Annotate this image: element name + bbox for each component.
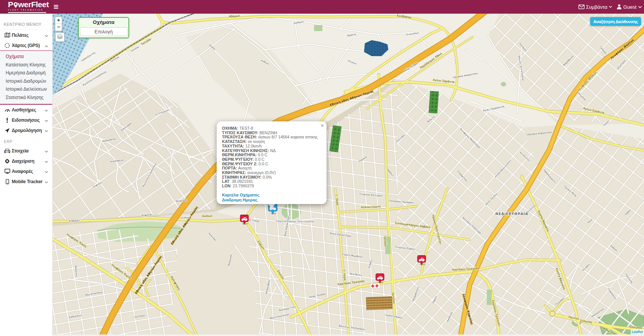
map-canvas[interactable]: ✈♣Εθνική οδός Αθηνών-ΛαμίαςΕθνική οδός Α…: [53, 14, 644, 334]
leaflet-link[interactable]: Leaflet: [632, 330, 643, 334]
map-graphic: [420, 258, 424, 259]
sidebar-item-label: Δρομολόγηση: [12, 128, 42, 133]
sidebar-item-label: Ειδοποιήσεις: [12, 118, 40, 123]
sidebar-submenu: ΟχήματαΚατάσταση ΚίνησηςΗμερήσια Διαδρομ…: [0, 50, 52, 105]
sidebar-subitem-3[interactable]: Ιστορικό Διαδρομών: [0, 77, 52, 86]
vehicle-select-button[interactable]: Επιλογή: [80, 27, 128, 36]
circle-dashed-icon: [3, 43, 11, 48]
road-label: Πλατεία Ηρώων Πολυτεχνείου: [276, 220, 314, 223]
sidebar-item-8[interactable]: Mobile Tracker: [0, 176, 52, 187]
monitor-icon: [3, 169, 11, 174]
chevron-down-icon: [45, 158, 48, 165]
sidebar-item-2[interactable]: Αισθητήρες: [0, 105, 52, 115]
vehicles-panel: Οχήματα Επιλογή: [78, 17, 129, 38]
navigation-arrow-icon: [3, 128, 11, 133]
brand-name: PwerFleet: [8, 1, 46, 8]
map-graphic: [270, 212, 277, 214]
chevron-down-icon: [45, 168, 48, 175]
sidebar-item-5[interactable]: Στοιχεία: [0, 146, 52, 156]
popup-content: ΟΧΗΜΑ: TEST-8ΤΥΠΟΣ ΚΑΥΣΙΜΟΥ: ΒΕΝΖΙΝΗΤΡΕΧ…: [217, 121, 327, 203]
chevron-down-icon: [45, 107, 48, 113]
map-graphic: [501, 82, 506, 86]
sidebar-item-label: Αισθητήρες: [12, 107, 36, 113]
sidebar-subitem-0[interactable]: Οχήματα: [0, 53, 52, 61]
popup-close-button[interactable]: ×: [320, 123, 324, 128]
events-label: Συμβάντα: [586, 4, 608, 10]
chevron-down-icon: [45, 117, 48, 124]
sidebar-item-label: Πελάτες: [12, 33, 28, 38]
sidebar-item-label: Χάρτες (GPS): [12, 43, 40, 48]
chevron-down-icon: [45, 178, 48, 185]
chevron-up-icon: [45, 42, 48, 49]
gauge-icon: [3, 108, 11, 112]
layers-icon: [57, 34, 63, 41]
map-graphic: [429, 91, 439, 113]
zoom-out-button[interactable]: −: [55, 24, 62, 31]
place-label: ΝΕΑ ΕΡΥΘΡΑΙΑ: [496, 212, 528, 216]
road-label: Ιλισίων: [202, 214, 212, 218]
brand-subtitle: FLEET TELEMATICS: [8, 9, 46, 11]
brand-logo[interactable]: PwerFleet FLEET TELEMATICS: [0, 0, 53, 14]
chevron-down-icon: [609, 6, 612, 8]
sidebar-item-3[interactable]: Ειδοποιήσεις: [0, 115, 52, 125]
events-menu[interactable]: Συμβάντα: [578, 4, 613, 10]
top-navbar: PwerFleet FLEET TELEMATICS Συμβάντα Gues…: [0, 0, 644, 14]
location-pin-icon: [13, 2, 18, 8]
user-icon: [617, 4, 622, 9]
sidebar-subitem-2[interactable]: Ημερήσια Διαδρομή: [0, 69, 52, 77]
sidebar-subitem-1[interactable]: Κατάσταση Κίνησης: [0, 61, 52, 69]
sidebar-item-6[interactable]: Διαχείριση: [0, 156, 52, 166]
sidebar-item-label: Αναφορές: [12, 169, 33, 174]
vehicles-panel-title: Οχήματα: [79, 18, 128, 27]
sidebar-heading: ΚΕΝΤΡΙΚΟ ΜΕΝΟΥ: [0, 14, 52, 30]
address-search-button[interactable]: Αναζήτηση Διεύθυνσης: [590, 17, 641, 26]
chevron-down-icon: [45, 127, 48, 134]
smartphone-icon: [3, 179, 11, 184]
gear-icon: [3, 159, 11, 164]
user-menu[interactable]: Guest: [617, 4, 642, 10]
map[interactable]: ✈♣Εθνική οδός Αθηνών-ΛαμίαςΕθνική οδός Α…: [53, 14, 644, 334]
sidebar-subitem-5[interactable]: Στατιστικά Κίνησης: [0, 94, 52, 102]
road-label: Ιλισίων: [181, 216, 190, 220]
sidebar-item-0[interactable]: Πελάτες: [0, 30, 52, 40]
brand-underline: [8, 12, 46, 13]
clinic-marker: [370, 283, 380, 289]
envelope-icon: [578, 5, 585, 9]
map-graphic: [314, 25, 322, 31]
car-icon: [3, 149, 11, 153]
popup-row: LON: 23.7990379: [222, 184, 325, 188]
layers-control-button[interactable]: [55, 33, 64, 42]
map-graphic: [366, 297, 392, 310]
vehicle-popup: × ΟΧΗΜΑ: TEST-8ΤΥΠΟΣ ΚΑΥΣΙΜΟΥ: ΒΕΝΖΙΝΗΤΡ…: [217, 121, 327, 204]
map-attribution: Leaflet: [631, 330, 644, 334]
chevron-down-icon: [45, 32, 48, 39]
map-graphic: [429, 91, 439, 113]
map-icon: [3, 33, 11, 38]
sidebar-item-4[interactable]: Δρομολόγηση: [0, 125, 52, 135]
exclamation-icon: [3, 118, 11, 123]
sidebar-item-label: Mobile Tracker: [12, 179, 42, 184]
popup-link-0[interactable]: Καρτέλα Οχήματος: [222, 193, 325, 198]
user-label: Guest: [623, 4, 636, 10]
sidebar-subitem-4[interactable]: Ιστορικό Διελεύσεων: [0, 85, 52, 94]
zoom-control: + −: [55, 17, 62, 31]
sidebar-item-7[interactable]: Αναφορές: [0, 166, 52, 176]
sidebar-item-label: Διαχείριση: [12, 159, 34, 164]
zoom-in-button[interactable]: +: [55, 17, 62, 24]
chevron-down-icon: [45, 148, 48, 154]
menu-toggle-button[interactable]: [53, 0, 63, 14]
sidebar-item-1[interactable]: Χάρτες (GPS): [0, 40, 52, 50]
map-graphic: [487, 290, 492, 305]
brand-logo-inner: PwerFleet FLEET TELEMATICS: [8, 1, 46, 13]
map-graphic: [378, 276, 382, 277]
map-graphic: [243, 218, 246, 218]
map-graphic: [552, 313, 553, 314]
sidebar-erp-heading: ERP: [0, 135, 52, 146]
popup-link-1[interactable]: Διαδρομη Ημερας: [222, 198, 325, 203]
page-bottom-strip: [53, 334, 644, 336]
sidebar: ΚΕΝΤΡΙΚΟ ΜΕΝΟΥ ΠελάτεςΧάρτες (GPS)Οχήματ…: [0, 14, 53, 336]
chevron-down-icon: [638, 6, 642, 8]
sidebar-item-label: Στοιχεία: [12, 148, 28, 154]
